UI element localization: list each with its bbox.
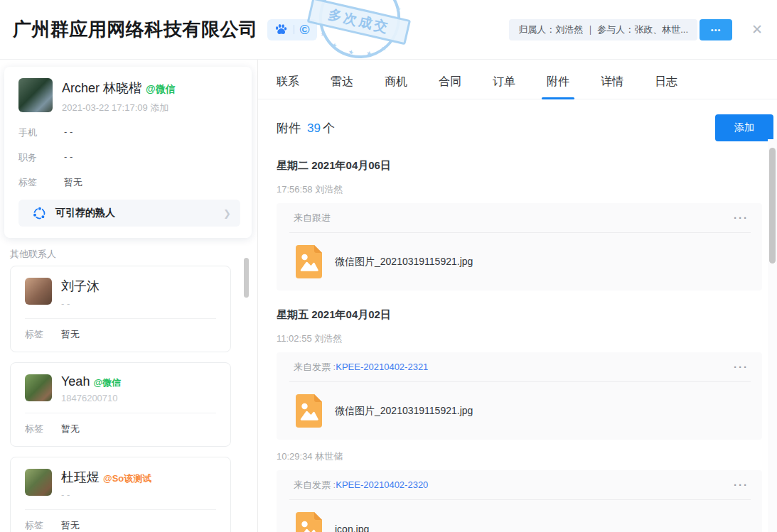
field-label: 标签 [18,176,64,189]
add-attachment-button[interactable]: 添加 [715,114,773,141]
field-row-tags: 标签 暂无 [18,176,240,189]
contact-subtext: 18476200710 [61,393,121,403]
detail-tabs: 联系 雷达 商机 合同 订单 附件 详情 日志 [258,60,777,99]
file-row[interactable]: 微信图片_20210319115921.jpg [277,382,762,440]
contact-name-line: 杜珏煜@So该测试 [61,469,151,486]
field-label: 职务 [18,151,64,164]
field-row-position: 职务 - - [18,151,240,164]
main-scrollbar-thumb[interactable] [769,148,776,264]
source-link[interactable]: KPEE-20210402-2321 [336,362,428,372]
baidu-paw-icon[interactable] [274,23,288,36]
contact-sidebar: Archer 林晓楷@微信 2021-03-22 17:17:09 添加 手机 … [0,60,258,532]
date-heading: 星期五 2021年04月02日 [277,308,777,322]
contact-badge: @微信 [93,377,121,388]
contact-card[interactable]: 刘子沐 - - 标签 暂无 [10,266,231,352]
source-label: 来自发票 : [294,361,336,374]
field-value: 暂无 [64,176,82,189]
attachment-card: 来自发票 : KPEE-20210402-2320 ··· icon.jpg [277,470,762,532]
attachments-title-text: 附件 [277,121,301,135]
owner-participant-bar[interactable]: 归属人：刘浩然 ｜ 参与人：张政、林世... [509,19,697,40]
crm-customer-window: 广州群应用网络科技有限公司 © 多次成交 归属人：刘浩然 ｜ 参与人：张政、林 [0,0,777,532]
contact-card-top: Yeah@微信 18476200710 [25,374,216,403]
avatar [25,278,52,305]
entry-time: 11:02:55 刘浩然 [277,332,777,345]
contact-card-top: 杜珏煜@So该测试 - - [25,469,216,500]
tag-value: 暂无 [61,328,80,341]
close-icon[interactable]: ✕ [751,23,763,36]
field-label: 手机 [18,126,64,139]
share-network-icon [32,206,47,221]
contact-subtext: - - [61,298,103,309]
added-time: 2021-03-22 17:17:09 添加 [62,102,176,114]
source-label: 来自跟进 [294,212,331,224]
file-row[interactable]: 微信图片_20210319115921.jpg [277,233,762,291]
referral-label: 可引荐的熟人 [55,207,115,219]
contact-card-top: 刘子沐 - - [25,278,216,309]
contact-card[interactable]: Yeah@微信 18476200710 标签 暂无 [10,362,231,447]
image-file-icon [296,512,322,532]
contact-name: 刘子沐 [61,279,100,293]
date-heading: 星期二 2021年04月06日 [277,159,777,173]
field-value: - - [64,126,73,139]
source-label: 来自发票 : [294,479,336,492]
attachments-header: 附件39个 添加 [277,114,777,141]
file-name: icon.jpg [335,523,369,532]
referral-contacts-button[interactable]: 可引荐的熟人 ❯ [18,200,240,227]
chevron-right-icon: ❯ [223,208,231,219]
contact-subtext: - - [61,489,151,500]
wechat-badge: @微信 [146,83,176,94]
contact-card[interactable]: 杜珏煜@So该测试 - - 标签 暂无 [10,457,231,532]
tag-label: 标签 [25,519,61,532]
file-row[interactable]: icon.jpg [277,500,762,532]
tab-contact[interactable]: 联系 [277,75,299,99]
contact-name-line: Yeah@微信 [61,374,121,389]
stamp-ring [311,0,409,66]
other-contacts-title: 其他联系人 [10,248,56,261]
tab-order[interactable]: 订单 [493,75,515,99]
customer-header: 广州群应用网络科技有限公司 © 多次成交 归属人：刘浩然 ｜ 参与人：张政、林 [0,0,777,60]
tab-attachment[interactable]: 附件 [547,75,569,99]
file-name: 微信图片_20210319115921.jpg [335,256,473,268]
tab-detail[interactable]: 详情 [601,75,623,99]
attachment-card: 来自发票 : KPEE-20210402-2321 ··· 微信图片_20210… [277,352,762,440]
contact-name-line: 刘子沐 [61,278,103,295]
tab-log[interactable]: 日志 [655,75,677,99]
tag-value: 暂无 [61,519,80,532]
entry-time: 17:56:58 刘浩然 [277,183,777,196]
avatar [18,78,53,112]
primary-contact-top: Archer 林晓楷@微信 2021-03-22 17:17:09 添加 [18,78,240,114]
tab-radar[interactable]: 雷达 [331,75,353,99]
image-file-icon [296,394,322,428]
pill-divider [294,25,294,34]
detail-main: 联系 雷达 商机 合同 订单 附件 详情 日志 附件39个 添加 星期二 202… [258,60,777,532]
contact-tag-row: 标签 暂无 [25,510,216,532]
card-menu-icon[interactable]: ··· [734,212,749,223]
avatar [25,469,52,496]
tab-opportunity[interactable]: 商机 [385,75,407,99]
page-title: 广州群应用网络科技有限公司 [13,17,258,42]
attachment-card-header: 来自发票 : KPEE-20210402-2320 ··· [277,470,762,499]
avatar [25,374,52,401]
card-menu-icon[interactable]: ··· [734,362,749,372]
source-link[interactable]: KPEE-20210402-2320 [336,479,428,490]
content-area: Archer 林晓楷@微信 2021-03-22 17:17:09 添加 手机 … [0,60,777,532]
primary-contact-card: Archer 林晓楷@微信 2021-03-22 17:17:09 添加 手机 … [4,67,252,238]
contact-name-line: Archer 林晓楷@微信 [62,80,176,97]
sidebar-scrollbar-thumb[interactable] [244,258,249,298]
deal-stamp: 多次成交 [311,0,409,66]
attachments-unit: 个 [323,121,335,135]
image-file-icon [296,245,322,278]
source-badge-pill[interactable]: © [267,19,317,40]
attachment-card-header: 来自跟进 ··· [277,203,762,232]
header-actions: 归属人：刘浩然 ｜ 参与人：张政、林世... ••• ✕ [509,19,777,40]
stamp-text: 多次成交 [307,0,411,45]
copyright-source-icon[interactable]: © [300,23,310,36]
attachments-count: 39 [307,121,321,135]
tab-contract[interactable]: 合同 [439,75,461,99]
contact-badge: @So该测试 [103,473,151,484]
contact-name: 杜珏煜 [61,470,100,484]
more-actions-button[interactable]: ••• [700,19,732,40]
card-menu-icon[interactable]: ··· [734,479,749,490]
field-row-phone: 手机 - - [18,126,240,139]
tag-label: 标签 [25,328,61,341]
